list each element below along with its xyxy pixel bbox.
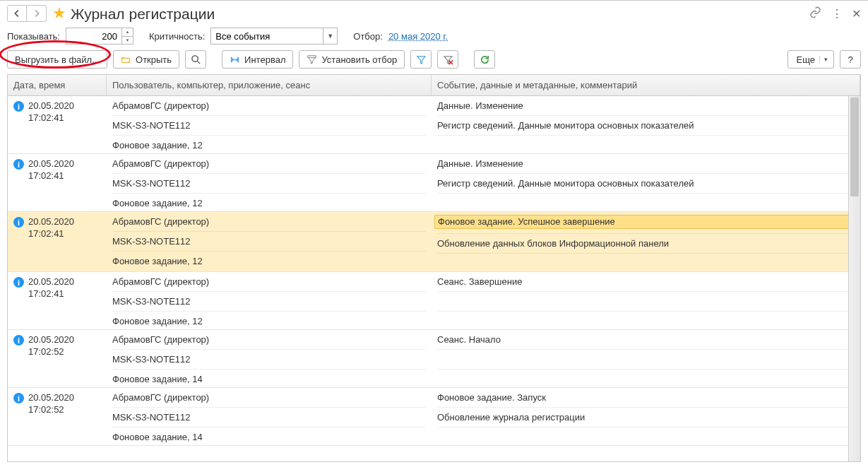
vertical-scrollbar[interactable] <box>848 96 860 461</box>
row-time: 17:02:41 <box>28 170 74 182</box>
selection-label: Отбор: <box>353 31 383 42</box>
row-event-comment <box>437 311 855 326</box>
show-label: Показывать: <box>7 31 60 42</box>
set-filter-button[interactable]: Установить отбор <box>299 50 405 69</box>
row-user: АбрамовГС (директор) <box>112 216 426 227</box>
severity-dropdown-button[interactable]: ▼ <box>323 28 338 45</box>
selection-date-link[interactable]: 20 мая 2020 г. <box>388 31 448 42</box>
severity-label: Критичность: <box>149 31 205 42</box>
row-event: Данные. Изменение <box>437 158 855 169</box>
row-time: 17:02:41 <box>28 112 74 124</box>
row-date: 20.05.2020 <box>28 392 74 404</box>
export-to-file-button[interactable]: Выгрузить в файл... <box>7 50 107 69</box>
row-event: Сеанс. Завершение <box>437 276 855 287</box>
table-row[interactable]: i20.05.202017:02:41АбрамовГС (директор)M… <box>8 212 860 272</box>
row-task: Фоновое задание, 12 <box>112 135 426 151</box>
row-task: Фоновое задание, 14 <box>112 369 426 384</box>
row-date: 20.05.2020 <box>28 216 74 228</box>
row-host: MSK-S3-NOTE112 <box>112 173 426 189</box>
row-event: Фоновое задание. Запуск <box>437 392 855 403</box>
row-time: 17:02:41 <box>28 228 74 240</box>
row-task: Фоновое задание, 12 <box>112 251 426 266</box>
table-row[interactable]: i20.05.202017:02:52АбрамовГС (директор)M… <box>8 388 860 446</box>
row-task: Фоновое задание, 14 <box>112 427 426 442</box>
interval-button[interactable]: Интервал <box>222 50 293 69</box>
magnifier-icon <box>191 54 201 65</box>
table-row[interactable]: i20.05.202017:02:41АбрамовГС (директор)M… <box>8 96 860 154</box>
svg-rect-2 <box>308 55 316 57</box>
column-header-event[interactable]: Событие, данные и метаданные, комментари… <box>432 75 860 95</box>
favorite-star-icon[interactable]: ★ <box>52 6 66 21</box>
help-button-label: ? <box>848 54 852 65</box>
nav-back-button[interactable] <box>7 5 27 22</box>
filter-funnel-button[interactable] <box>410 50 432 69</box>
row-event-detail <box>437 291 855 307</box>
row-host: MSK-S3-NOTE112 <box>112 407 426 423</box>
row-date: 20.05.2020 <box>28 276 74 288</box>
info-icon: i <box>13 217 24 228</box>
svg-point-0 <box>191 55 197 61</box>
row-event: Фоновое задание. Успешное завершение <box>434 215 857 229</box>
row-date: 20.05.2020 <box>28 334 74 346</box>
row-event-comment <box>437 253 855 269</box>
more-button[interactable]: Еще ▾ <box>787 50 834 69</box>
row-host: MSK-S3-NOTE112 <box>112 115 426 131</box>
table-row[interactable]: i20.05.202017:02:41АбрамовГС (директор)M… <box>8 272 860 330</box>
interval-button-label: Интервал <box>244 54 285 65</box>
info-icon: i <box>13 159 24 170</box>
row-host: MSK-S3-NOTE112 <box>112 291 426 307</box>
export-button-label: Выгрузить в файл... <box>15 54 100 65</box>
row-host: MSK-S3-NOTE112 <box>112 231 426 247</box>
row-event-comment <box>437 427 855 442</box>
set-filter-button-label: Установить отбор <box>321 54 397 65</box>
info-icon: i <box>13 101 24 112</box>
info-icon: i <box>13 335 24 346</box>
magnifier-button[interactable] <box>185 50 206 69</box>
row-time: 17:02:52 <box>28 346 74 358</box>
nav-forward-button[interactable] <box>27 5 47 22</box>
refresh-button[interactable] <box>474 50 495 69</box>
info-icon: i <box>13 277 24 288</box>
show-count-input[interactable] <box>66 28 122 45</box>
funnel-clear-icon <box>443 54 453 65</box>
row-user: АбрамовГС (директор) <box>112 334 426 345</box>
row-event-comment <box>437 135 855 151</box>
row-event-detail <box>437 349 855 365</box>
close-icon[interactable]: ✕ <box>852 7 861 20</box>
kebab-menu-icon[interactable]: ⋮ <box>831 7 842 20</box>
row-date: 20.05.2020 <box>28 158 74 170</box>
row-event-comment <box>437 369 855 384</box>
column-header-user[interactable]: Пользователь, компьютер, приложение, сеа… <box>107 75 432 95</box>
table-row[interactable]: i20.05.202017:02:52АбрамовГС (директор)M… <box>8 330 860 388</box>
row-date: 20.05.2020 <box>28 100 74 112</box>
more-button-label: Еще <box>797 54 815 65</box>
funnel-icon <box>416 54 427 65</box>
show-count-spinner[interactable]: ▲▼ <box>122 28 133 45</box>
filter-set-icon <box>307 54 317 65</box>
interval-icon <box>230 54 240 65</box>
info-icon: i <box>13 393 24 403</box>
row-host: MSK-S3-NOTE112 <box>112 349 426 365</box>
svg-line-1 <box>197 61 200 64</box>
row-event-detail: Обновление журнала регистрации <box>437 407 855 423</box>
row-user: АбрамовГС (директор) <box>112 392 426 403</box>
log-table: Дата, время Пользователь, компьютер, при… <box>7 74 861 462</box>
chevron-down-icon: ▾ <box>819 56 828 63</box>
row-task: Фоновое задание, 12 <box>112 311 426 326</box>
severity-select[interactable] <box>210 28 323 45</box>
row-time: 17:02:52 <box>28 404 74 416</box>
row-event-comment <box>437 193 855 208</box>
clear-filter-button[interactable] <box>437 50 458 69</box>
row-user: АбрамовГС (директор) <box>112 100 426 111</box>
table-row[interactable]: i20.05.202017:02:41АбрамовГС (директор)M… <box>8 154 860 212</box>
row-event-detail: Обновление данных блоков Информационной … <box>437 233 855 249</box>
link-icon[interactable] <box>809 6 821 21</box>
row-event-detail: Регистр сведений. Данные монитора основн… <box>437 173 855 189</box>
folder-open-icon <box>121 54 131 65</box>
help-button[interactable]: ? <box>840 50 861 69</box>
column-header-date[interactable]: Дата, время <box>8 75 107 95</box>
refresh-icon <box>480 54 490 65</box>
open-button[interactable]: Открыть <box>113 50 179 69</box>
row-time: 17:02:41 <box>28 288 74 300</box>
row-user: АбрамовГС (директор) <box>112 158 426 169</box>
